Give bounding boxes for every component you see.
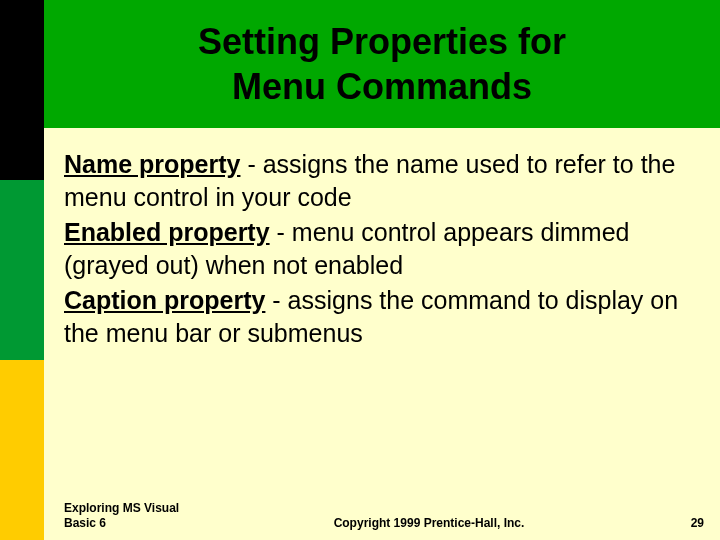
footer-center: Copyright 1999 Prentice-Hall, Inc. bbox=[214, 516, 644, 530]
slide-number: 29 bbox=[644, 516, 704, 530]
property-head: Enabled property bbox=[64, 218, 270, 246]
sidebar-color-stripe bbox=[0, 0, 44, 540]
title-line1: Setting Properties for bbox=[198, 21, 566, 62]
title-line2: Menu Commands bbox=[232, 66, 532, 107]
slide-title-bar: Setting Properties for Menu Commands bbox=[44, 0, 720, 128]
stripe-green bbox=[0, 180, 44, 360]
property-item: Name property - assigns the name used to… bbox=[64, 148, 694, 214]
slide-title: Setting Properties for Menu Commands bbox=[198, 19, 566, 109]
property-item: Caption property - assigns the command t… bbox=[64, 284, 694, 350]
slide-footer: Exploring MS Visual Basic 6 Copyright 19… bbox=[64, 501, 704, 530]
property-head: Name property bbox=[64, 150, 240, 178]
property-item: Enabled property - menu control appears … bbox=[64, 216, 694, 282]
slide-body: Name property - assigns the name used to… bbox=[64, 148, 694, 352]
stripe-black bbox=[0, 0, 44, 180]
property-head: Caption property bbox=[64, 286, 265, 314]
stripe-yellow bbox=[0, 360, 44, 540]
footer-left: Exploring MS Visual Basic 6 bbox=[64, 501, 214, 530]
